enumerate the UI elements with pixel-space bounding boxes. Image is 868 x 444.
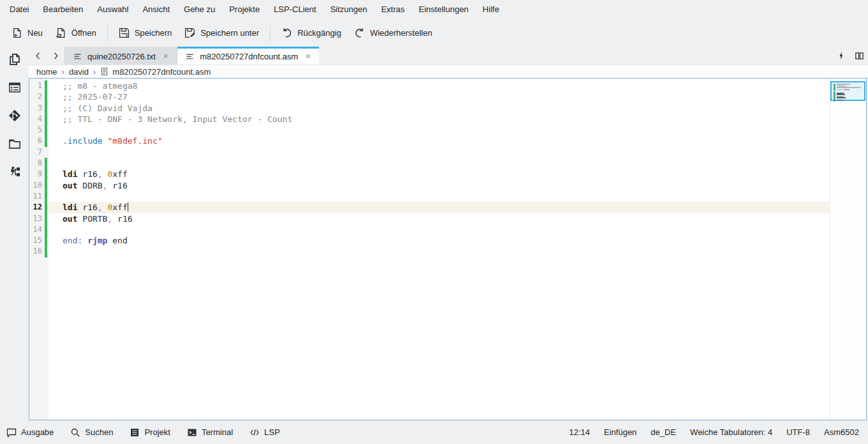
code-line[interactable]: ;; (C) David Vajda <box>49 103 830 114</box>
tab-history-forward-button[interactable] <box>47 47 64 65</box>
line-number[interactable]: 14 <box>29 224 45 235</box>
status-insert-mode[interactable]: Einfügen <box>604 427 636 437</box>
line-number[interactable]: 15 <box>29 235 45 246</box>
panel-button-projekt[interactable]: Projekt <box>130 427 170 438</box>
speichern-unter-label: Speichern unter <box>200 28 259 38</box>
line-number[interactable]: 3 <box>29 103 45 114</box>
breadcrumb-file[interactable]: m820250727dnfcount.asm <box>100 67 211 77</box>
code-line[interactable]: out DDRB, r16 <box>49 180 830 191</box>
speichern-unter-button[interactable]: Speichern unter <box>178 24 266 42</box>
panel-button-terminal[interactable]: Terminal <box>187 427 233 438</box>
close-icon[interactable]: ✕ <box>303 52 313 61</box>
tab-m820250727dnfcount-asm[interactable]: m820250727dnfcount.asm✕ <box>177 47 319 65</box>
editor-view[interactable]: 12345678910111213141516 ;; m8 - atmega8;… <box>29 78 867 420</box>
code-line[interactable] <box>49 125 830 135</box>
menu-sitzungen[interactable]: Sitzungen <box>323 0 374 19</box>
split-view-button[interactable] <box>850 47 868 65</box>
sidebar-item-git[interactable] <box>7 109 22 122</box>
minimap-modified-marker <box>834 84 835 91</box>
code-line[interactable]: end: rjmp end <box>49 235 830 246</box>
line-number[interactable]: 13 <box>29 213 45 224</box>
breadcrumb-segment-david[interactable]: david <box>69 67 89 77</box>
line-number[interactable]: 1 <box>29 80 45 91</box>
line-number[interactable]: 12 <box>29 202 45 213</box>
panel-button-suchen[interactable]: Suchen <box>70 427 113 438</box>
code-line[interactable]: ldi r16, 0xff <box>49 169 830 180</box>
menu-extras[interactable]: Extras <box>374 0 412 19</box>
tab-history-back-button[interactable] <box>29 47 47 65</box>
modified-line-marker <box>45 80 47 91</box>
line-number[interactable]: 9 <box>29 169 45 180</box>
output-icon <box>6 427 17 438</box>
menu-einstellungen[interactable]: Einstellungen <box>412 0 475 19</box>
speichern-button[interactable]: Speichern <box>112 24 179 42</box>
neu-button[interactable]: Neu <box>5 24 49 42</box>
gutter-row: 11 <box>29 191 49 202</box>
code-line[interactable] <box>49 246 830 257</box>
breadcrumb-segment-home[interactable]: home <box>36 67 57 77</box>
sidebar-item-symbols[interactable] <box>7 81 22 94</box>
code-area[interactable]: ;; m8 - atmega8;; 2025-07-27;; (C) David… <box>49 79 830 420</box>
toolbar-separator <box>107 25 108 42</box>
menu-datei[interactable]: Datei <box>3 0 36 19</box>
editor-column: quine20250726.txt✕m820250727dnfcount.asm… <box>29 47 868 420</box>
menu-gehe-zu[interactable]: Gehe zu <box>177 0 222 19</box>
code-line[interactable] <box>49 224 830 235</box>
sidebar-item-filesystem[interactable] <box>7 137 22 150</box>
code-line[interactable]: .include "m8def.inc" <box>49 135 830 146</box>
text-cursor <box>128 203 129 211</box>
line-number[interactable]: 4 <box>29 114 45 125</box>
line-number[interactable]: 7 <box>29 147 45 158</box>
line-number[interactable]: 16 <box>29 246 45 257</box>
modified-line-marker <box>45 125 47 135</box>
code-token: .include <box>63 136 103 146</box>
wiederherstellen-button[interactable]: Wiederherstellen <box>348 24 439 42</box>
code-line[interactable] <box>49 147 830 158</box>
gutter-row: 8 <box>29 158 49 169</box>
line-number[interactable]: 11 <box>29 191 45 202</box>
gutter-row: 5 <box>29 125 49 135</box>
status-tab-settings[interactable]: Weiche Tabulatoren: 4 <box>690 427 772 437</box>
ffnen-button[interactable]: Öffnen <box>49 24 103 42</box>
menu-auswahl[interactable]: Auswahl <box>90 0 135 19</box>
menu-hilfe[interactable]: Hilfe <box>475 0 506 19</box>
modified-line-marker <box>45 246 47 257</box>
status-dictionary[interactable]: de_DE <box>651 427 677 437</box>
project-icon <box>130 427 140 438</box>
quick-open-button[interactable] <box>832 47 850 65</box>
r-ckg-ngig-button[interactable]: Rückgängig <box>275 24 348 42</box>
line-number[interactable]: 2 <box>29 91 45 102</box>
status-syntax-mode[interactable]: Asm6502 <box>824 427 859 437</box>
line-number[interactable]: 10 <box>29 180 45 191</box>
code-line[interactable]: ;; 2025-07-27 <box>49 91 830 102</box>
line-number[interactable]: 6 <box>29 135 45 146</box>
tab-quine20250726-txt[interactable]: quine20250726.txt✕ <box>64 47 177 65</box>
code-token: , <box>98 203 103 212</box>
code-token: r16 <box>107 181 127 190</box>
menu-ansicht[interactable]: Ansicht <box>135 0 177 19</box>
menu-bearbeiten[interactable]: Bearbeiten <box>36 0 90 19</box>
code-line[interactable] <box>49 158 830 169</box>
status-cursor-position[interactable]: 12:14 <box>569 427 590 437</box>
line-number[interactable]: 5 <box>29 125 45 135</box>
code-line[interactable]: ;; TTL - DNF - 3 Network, Input Vector -… <box>49 114 830 125</box>
new-document-icon <box>11 27 22 38</box>
code-line[interactable]: ;; m8 - atmega8 <box>49 80 830 91</box>
sidebar-item-documents[interactable] <box>7 53 22 66</box>
line-number[interactable]: 8 <box>29 158 45 169</box>
code-token: r16 <box>112 214 132 224</box>
panel-button-ausgabe[interactable]: Ausgabe <box>6 427 54 438</box>
menu-projekte[interactable]: Projekte <box>222 0 267 19</box>
code-line[interactable] <box>49 191 830 202</box>
minimap-scrollbar[interactable] <box>830 79 866 420</box>
code-line[interactable]: out PORTB, r16 <box>49 213 830 224</box>
workspace: quine20250726.txt✕m820250727dnfcount.asm… <box>0 47 868 420</box>
line-number-gutter[interactable]: 12345678910111213141516 <box>29 79 49 420</box>
sidebar-item-external-tools[interactable] <box>7 165 22 178</box>
status-encoding[interactable]: UTF-8 <box>786 427 810 437</box>
close-icon[interactable]: ✕ <box>161 52 170 61</box>
minimap-viewport[interactable] <box>830 81 865 101</box>
menu-lsp-client[interactable]: LSP-CLient <box>267 0 323 19</box>
panel-button-lsp[interactable]: LSP <box>250 427 280 438</box>
code-line[interactable]: ldi r16, 0xff <box>49 202 830 213</box>
